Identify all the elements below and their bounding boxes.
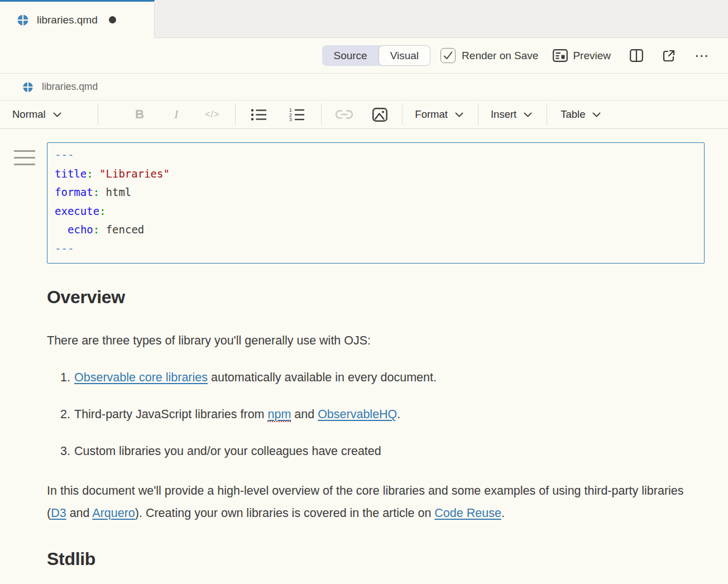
divider (235, 104, 236, 125)
chevron-down-icon (53, 112, 61, 117)
svg-text:3: 3 (289, 117, 292, 121)
yaml-open-fence: --- (55, 149, 74, 161)
tab-title: libraries.qmd (37, 14, 98, 26)
numbered-list-icon: 1 2 3 (289, 108, 305, 121)
checkmark-icon (443, 51, 453, 60)
yaml-front-matter-block[interactable]: --- title: "Libraries" format: html exec… (47, 142, 705, 264)
tab-bar: libraries.qmd (0, 0, 728, 38)
image-button[interactable] (372, 108, 387, 122)
preview-button[interactable]: Preview (553, 49, 611, 62)
d3-link[interactable]: D3 (51, 506, 66, 520)
visual-editor-canvas[interactable]: --- title: "Libraries" format: html exec… (0, 129, 728, 569)
divider (402, 104, 403, 125)
source-mode-button[interactable]: Source (322, 45, 378, 66)
render-on-save-checkbox[interactable] (440, 48, 456, 63)
code-reuse-link[interactable]: Code Reuse (434, 506, 501, 520)
list-item: 2.Third-party JavaScript libraries from … (47, 406, 705, 423)
chevron-down-icon (524, 112, 532, 117)
open-external-icon (662, 49, 676, 63)
insert-menu[interactable]: Insert (491, 108, 532, 121)
overview-heading: Overview (47, 287, 705, 308)
arquero-link[interactable]: Arquero (92, 506, 135, 520)
bullet-list-icon (251, 108, 267, 121)
observable-core-libraries-link[interactable]: Observable core libraries (74, 371, 208, 384)
yaml-close-fence: --- (55, 242, 74, 255)
intro-paragraph: There are three types of library you'll … (47, 332, 705, 349)
numbered-list-button[interactable]: 1 2 3 (289, 108, 305, 121)
closing-paragraph: In this document we'll provide a high-le… (47, 480, 689, 524)
breadcrumb-filename[interactable]: libraries.qmd (42, 81, 98, 93)
paragraph-style-dropdown[interactable]: Normal (12, 108, 81, 121)
preview-icon (553, 49, 568, 62)
library-types-list: 1.Observable core libraries automaticall… (47, 369, 705, 459)
tab-libraries-qmd[interactable]: libraries.qmd (0, 0, 155, 38)
link-icon (335, 109, 353, 120)
divider (98, 104, 98, 125)
divider (547, 104, 547, 125)
breadcrumb: libraries.qmd (0, 74, 728, 100)
bullet-list-button[interactable] (251, 108, 267, 121)
format-menu[interactable]: Format (415, 108, 463, 121)
list-item: 3.Custom libraries you and/or your colle… (47, 443, 705, 459)
open-external-button[interactable] (662, 49, 676, 63)
divider (321, 104, 322, 125)
unsaved-changes-dot (109, 16, 116, 23)
visual-mode-button[interactable]: Visual (379, 45, 430, 66)
split-editor-button[interactable] (630, 49, 643, 62)
block-drag-handle[interactable] (14, 150, 35, 170)
preview-label: Preview (573, 50, 611, 62)
link-button[interactable] (335, 109, 353, 120)
npm-link[interactable]: npm (267, 408, 291, 422)
code-button[interactable]: </> (205, 109, 219, 119)
chevron-down-icon (592, 112, 601, 117)
quarto-icon-small (22, 82, 33, 93)
divider (478, 104, 478, 125)
split-editor-icon (630, 49, 643, 62)
italic-button[interactable]: I (174, 107, 178, 122)
chevron-down-icon (455, 112, 463, 117)
stdlib-heading: Stdlib (47, 549, 705, 569)
editor-toolbar: Source Visual Render on Save Preview (0, 38, 728, 74)
render-on-save-label: Render on Save (462, 50, 538, 62)
bold-button[interactable]: B (135, 107, 144, 122)
observablehq-link[interactable]: ObservableHQ (318, 408, 397, 421)
table-menu[interactable]: Table (561, 108, 601, 121)
more-actions-button[interactable]: ⋯ (695, 49, 709, 63)
image-icon (372, 108, 387, 122)
quarto-icon (17, 14, 29, 26)
ellipsis-icon: ⋯ (695, 49, 709, 63)
source-visual-toggle: Source Visual (322, 45, 430, 66)
format-toolbar: Normal B I </> 1 2 3 (0, 100, 728, 129)
list-item: 1.Observable core libraries automaticall… (47, 369, 705, 386)
